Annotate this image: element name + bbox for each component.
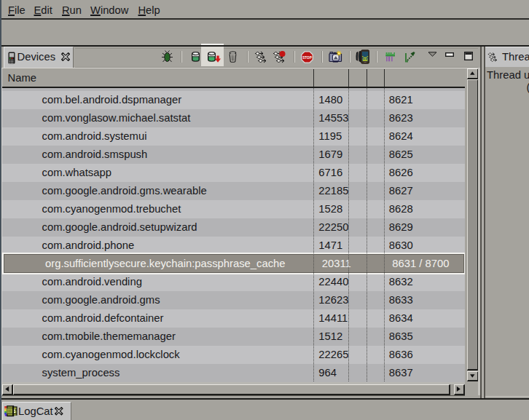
svg-text:STOP: STOP bbox=[302, 55, 311, 59]
